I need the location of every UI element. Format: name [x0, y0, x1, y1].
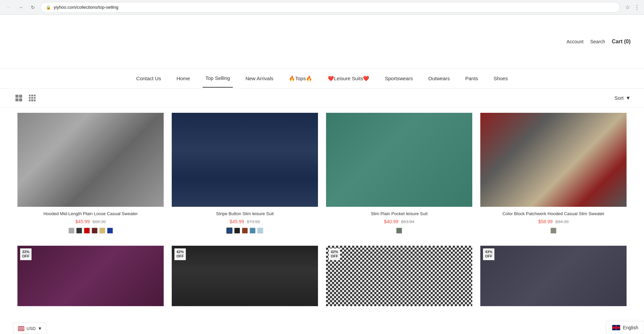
color-swatch[interactable] [550, 228, 556, 234]
color-swatch[interactable] [396, 228, 402, 234]
address-bar[interactable]: 🔒 yiyhoo.com/collections/top-selling [40, 2, 620, 13]
nav-leisure-suits[interactable]: ❤️Leisure Suits❤️ [325, 69, 372, 88]
sale-price: $58.99 [538, 219, 553, 224]
product-img [326, 246, 472, 306]
menu-icon[interactable]: ⋮ [634, 4, 640, 11]
product-img [480, 113, 627, 207]
nav-home[interactable]: Home [174, 69, 193, 87]
product-image-sweater-1 [17, 113, 164, 207]
currency-selector[interactable]: USD ▼ [13, 323, 46, 334]
product-grid-row1: Hooded Mid-Length Plain Loose Casual Swe… [0, 107, 644, 240]
search-link[interactable]: Search [590, 39, 605, 44]
discount-badge: 42%OFF [329, 248, 340, 260]
sort-label: Sort [614, 95, 624, 101]
product-img [172, 246, 318, 306]
original-price: $63.94 [401, 219, 415, 224]
sale-price: $45.99 [75, 219, 90, 224]
nav-new-arrivals[interactable]: New Arrivals [243, 69, 276, 87]
product-card-sweater-1[interactable]: Hooded Mid-Length Plain Loose Casual Swe… [13, 107, 168, 240]
product-title-suit-teal: Slim Plain Pocket leisure Suit [326, 211, 472, 217]
product-image-purple-suit: 33%OFF [17, 246, 164, 334]
back-button[interactable]: ← [4, 3, 13, 12]
cart-button[interactable]: Cart (0) [612, 39, 631, 45]
nav-tops[interactable]: 🔥Tops🔥 [286, 69, 315, 88]
product-card-suit-teal[interactable]: Slim Plain Pocket leisure Suit $40.99 $6… [322, 107, 476, 240]
product-image-suit-stripe [172, 113, 318, 207]
nav-shoes[interactable]: Shoes [491, 69, 511, 87]
product-prices-patchwork: $58.99 $94.38 [480, 219, 627, 224]
color-swatch[interactable] [226, 228, 232, 234]
browser-chrome: ← → ↻ 🔒 yiyhoo.com/collections/top-selli… [0, 0, 644, 15]
discount-badge: 33%OFF [20, 248, 32, 260]
sale-price: $45.99 [230, 219, 244, 224]
color-swatches-patchwork [480, 228, 627, 234]
original-price: $94.38 [555, 219, 569, 224]
uk-flag-icon [612, 325, 620, 330]
original-price: $88.30 [93, 219, 106, 224]
product-prices-suit-stripe: $45.99 $73.58 [172, 219, 318, 224]
color-swatch[interactable] [242, 228, 248, 234]
product-title-suit-stripe: Stripe Button Slim leisure Suit [172, 211, 318, 217]
color-swatch[interactable] [76, 228, 82, 234]
nav-pants[interactable]: Pants [463, 69, 481, 87]
product-title-patchwork: Color Block Patchwork Hooded Casual Slim… [480, 211, 627, 217]
bookmark-icon[interactable]: ☆ [625, 4, 630, 10]
color-swatch[interactable] [68, 228, 74, 234]
forward-button[interactable]: → [16, 3, 25, 12]
color-swatch[interactable] [107, 228, 113, 234]
reload-button[interactable]: ↻ [28, 3, 38, 12]
product-image-tuxedo: 42%OFF [172, 246, 318, 334]
discount-badge: 42%OFF [174, 248, 186, 260]
color-swatch[interactable] [92, 228, 98, 234]
product-prices-sweater-1: $45.99 $88.30 [17, 219, 164, 224]
nav-top-selling[interactable]: Top Selling [203, 69, 232, 88]
url-text: yiyhoo.com/collections/top-selling [54, 5, 614, 10]
product-grid-row2: 33%OFF 42%OFF 42%OFF 43%OFF [0, 240, 644, 334]
nav-sportswears[interactable]: Sportswears [382, 69, 415, 87]
language-label: English [623, 325, 638, 330]
color-swatches-suit-teal [326, 228, 472, 234]
color-swatch[interactable] [250, 228, 256, 234]
currency-label: USD [26, 326, 36, 331]
product-img [480, 246, 627, 306]
sort-chevron-icon: ▼ [626, 95, 631, 101]
grid-3-icon [29, 95, 36, 101]
product-image-suit-teal [326, 113, 472, 207]
product-image-houndstooth: 42%OFF [326, 246, 472, 334]
product-prices-suit-teal: $40.99 $63.94 [326, 219, 472, 224]
site-header: Account Search Cart (0) [0, 15, 644, 68]
grid-2-button[interactable] [13, 93, 24, 103]
sort-button[interactable]: Sort ▼ [614, 95, 631, 101]
nav-outwears[interactable]: Outwears [426, 69, 452, 87]
view-toggle [13, 93, 38, 103]
site-navigation: Contact Us Home Top Selling New Arrivals… [0, 68, 644, 89]
product-card-tuxedo[interactable]: 42%OFF [168, 240, 322, 334]
color-swatch[interactable] [234, 228, 240, 234]
original-price: $73.58 [247, 219, 260, 224]
discount-badge: 43%OFF [483, 248, 494, 260]
color-swatch[interactable] [99, 228, 105, 234]
account-link[interactable]: Account [567, 39, 584, 44]
product-card-suit-stripe[interactable]: Stripe Button Slim leisure Suit $45.99 $… [168, 107, 322, 240]
product-img [326, 113, 472, 207]
product-card-purple-suit[interactable]: 33%OFF [13, 240, 168, 334]
nav-contact[interactable]: Contact Us [133, 69, 164, 87]
collection-toolbar: Sort ▼ [0, 89, 644, 107]
sale-price: $40.99 [384, 219, 398, 224]
product-card-patchwork[interactable]: Color Block Patchwork Hooded Casual Slim… [476, 107, 631, 240]
product-image-patchwork [480, 113, 627, 207]
color-swatch[interactable] [257, 228, 263, 234]
color-swatches-suit-stripe [172, 228, 318, 234]
currency-dropdown-icon: ▼ [38, 326, 42, 331]
product-card-plaid[interactable]: 43%OFF [476, 240, 631, 334]
color-swatches-sweater-1 [17, 228, 164, 234]
usd-flag-icon [18, 326, 24, 331]
product-img [17, 246, 164, 306]
product-image-plaid: 43%OFF [480, 246, 627, 334]
color-swatch[interactable] [84, 228, 90, 234]
lock-icon: 🔒 [46, 5, 51, 10]
grid-3-button[interactable] [27, 93, 38, 103]
language-selector[interactable]: English [606, 321, 644, 334]
product-card-houndstooth[interactable]: 42%OFF [322, 240, 476, 334]
grid-2-icon [15, 95, 22, 101]
